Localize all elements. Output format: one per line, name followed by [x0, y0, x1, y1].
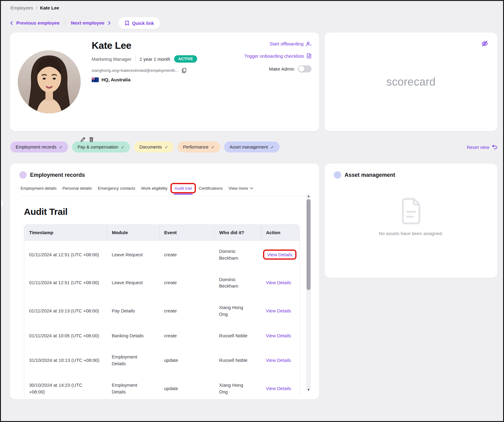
cell-module: Pay Details — [112, 308, 148, 314]
page: Employees / Kate Lee Previous employee N… — [0, 0, 504, 422]
view-details-link[interactable]: View Details — [266, 280, 291, 285]
cell-who: Xiang Hong Ong — [219, 304, 253, 318]
tab-view-more[interactable]: View more — [229, 186, 254, 191]
col-who: Who did it? — [214, 225, 261, 241]
table-row: 30/10/2024 at 14:23 (UTC +08:00) Employm… — [24, 374, 300, 396]
annotation-box-view-details: View Details — [263, 250, 296, 260]
cell-timestamp: 01/11/2024 at 10:13 (UTC +08:00) — [29, 308, 101, 314]
table-row: 01/11/2024 at 12:51 (UTC +08:00) Leave R… — [24, 241, 300, 269]
cell-event: create — [159, 269, 214, 297]
tab-emergency-contacts[interactable]: Emergency contacts — [98, 186, 135, 191]
cell-who: Russell Noble — [219, 357, 253, 364]
location-row: HQ, Australia — [92, 77, 197, 82]
table-row: 31/10/2024 at 10:13 (UTC +08:00) Employm… — [24, 346, 300, 374]
previous-employee-button[interactable]: Previous employee — [10, 20, 59, 26]
scroll-down-arrow[interactable]: ▼ — [306, 388, 311, 391]
job-title: Marketing Manager — [92, 56, 131, 62]
profile-actions: Start offboarding Trigger onboarding che… — [244, 41, 311, 72]
check-icon: ✓ — [165, 145, 168, 149]
employee-nav: Previous employee Next employee Quick li… — [10, 17, 503, 29]
pill-asset-management[interactable]: Asset management ✓ — [224, 141, 280, 153]
australia-flag-icon — [92, 77, 99, 82]
section-dot — [334, 171, 341, 179]
table-header-row: Timestamp Module Event Who did it? Actio… — [24, 225, 300, 241]
col-module: Module — [107, 225, 159, 241]
table-row: 01/11/2024 at 10:13 (UTC +08:00) Pay Det… — [24, 297, 300, 325]
asset-empty-state: No assets have been assigned. — [325, 198, 497, 236]
asset-management-card: Asset management No assets have been ass… — [325, 164, 497, 278]
empty-document-icon — [400, 198, 422, 225]
view-details-link[interactable]: View Details — [266, 386, 291, 391]
edit-photo-icon[interactable] — [80, 137, 86, 142]
cell-timestamp: 30/10/2024 at 14:23 (UTC +08:00) — [29, 382, 86, 395]
profile-main: Kate Lee Marketing Manager 1 year 1 mont… — [92, 40, 197, 82]
section-title: Employment records — [30, 172, 85, 178]
pill-documents[interactable]: Documents ✓ — [134, 141, 174, 153]
asset-management-header: Asset management — [334, 171, 497, 179]
view-details-link[interactable]: View Details — [266, 358, 291, 363]
asset-empty-message: No assets have been assigned. — [379, 231, 443, 236]
cell-module: Employment Details — [112, 354, 148, 367]
user-minus-icon — [306, 41, 311, 46]
col-timestamp: Timestamp — [24, 225, 107, 241]
table-row: 01/11/2024 at 10:05 (UTC +08:00) Banking… — [24, 325, 300, 347]
nav-divider — [65, 20, 65, 26]
cell-who: Dominic Beckham — [219, 276, 253, 290]
col-action: Action — [261, 225, 300, 241]
cell-who: Xiang Hong Ong — [219, 382, 253, 395]
bookmark-icon — [125, 21, 129, 26]
make-admin-toggle[interactable] — [298, 65, 311, 72]
delete-photo-icon[interactable] — [89, 137, 94, 142]
tab-certifications[interactable]: Certifications — [199, 186, 223, 191]
breadcrumb-separator: / — [36, 5, 37, 10]
tab-work-eligibility[interactable]: Work eligibility — [141, 186, 167, 191]
records-tabs: Employment details Personal details Emer… — [21, 184, 311, 196]
audit-trail-table: Timestamp Module Event Who did it? Actio… — [24, 224, 300, 396]
scroll-up-arrow[interactable]: ▲ — [306, 194, 311, 198]
quick-link-button[interactable]: Quick link — [119, 17, 160, 29]
sidebar-handle[interactable] — [0, 199, 3, 208]
view-details-link[interactable]: View Details — [266, 308, 291, 313]
cell-who: Dominic Beckham — [219, 248, 253, 261]
cell-timestamp: 31/10/2024 at 10:13 (UTC +08:00) — [29, 357, 101, 364]
table-row: 01/11/2024 at 12:51 (UTC +08:00) Leave R… — [24, 269, 300, 297]
cell-module: Leave Request — [112, 279, 148, 286]
profile-card: Kate Lee Marketing Manager 1 year 1 mont… — [10, 33, 319, 131]
breadcrumb: Employees / Kate Lee — [10, 5, 503, 10]
reset-view-button[interactable]: Reset view — [467, 145, 497, 150]
annotation-box-audit-trail: Audit trail — [170, 183, 196, 193]
col-event: Event — [159, 225, 214, 241]
pill-performance[interactable]: Performance ✓ — [178, 141, 220, 153]
pill-pay-compensation[interactable]: Pay & compensation ✓ — [72, 141, 130, 153]
scrollbar[interactable]: ▲ ▼ — [306, 194, 311, 392]
cell-module: Leave Request — [112, 251, 148, 258]
active-tab-underline — [174, 194, 192, 195]
pill-employment-records[interactable]: Employment records ✓ — [10, 141, 68, 153]
audit-trail-heading: Audit Trail — [24, 207, 319, 217]
copy-email-icon[interactable] — [182, 68, 186, 73]
make-admin-row: Make Admin — [269, 65, 311, 72]
tab-personal-details[interactable]: Personal details — [63, 186, 92, 191]
cell-timestamp: 01/11/2024 at 12:51 (UTC +08:00) — [29, 279, 101, 286]
tab-employment-details[interactable]: Employment details — [21, 186, 57, 191]
bottom-cards-row: Employment records Employment details Pe… — [10, 164, 497, 399]
breadcrumb-employees[interactable]: Employees — [10, 5, 33, 10]
cell-who: Russell Noble — [219, 332, 253, 339]
cell-event: update — [159, 374, 214, 396]
employment-records-card: Employment records Employment details Pe… — [10, 164, 319, 399]
chevron-left-icon — [10, 21, 14, 25]
scrollbar-thumb[interactable] — [307, 199, 311, 290]
tenure: 1 year 1 month — [139, 56, 170, 62]
tab-audit-trail[interactable]: Audit trail — [174, 186, 192, 191]
check-icon: ✓ — [59, 145, 63, 149]
chevron-down-icon — [250, 187, 253, 189]
cell-module: Banking Details — [112, 332, 148, 339]
start-offboarding-link[interactable]: Start offboarding — [269, 41, 311, 46]
view-details-link[interactable]: View Details — [266, 333, 291, 338]
view-details-link[interactable]: View Details — [267, 252, 292, 257]
cell-event: create — [159, 241, 214, 269]
trigger-onboarding-link[interactable]: Trigger onboarding checklists — [244, 53, 311, 59]
status-badge: ACTIVE — [174, 55, 197, 63]
next-employee-button[interactable]: Next employee — [71, 20, 111, 26]
profile-meta: Marketing Manager 1 year 1 month ACTIVE — [92, 55, 197, 63]
